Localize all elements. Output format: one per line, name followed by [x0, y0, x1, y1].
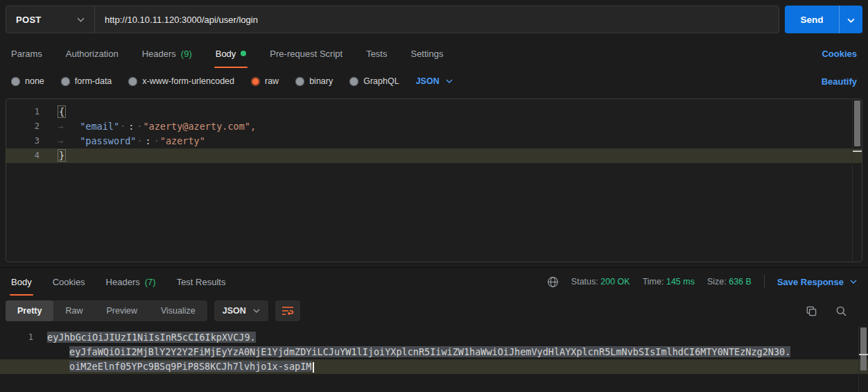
chevron-down-icon — [850, 280, 857, 284]
code-line: 1 { — [6, 105, 862, 119]
wrap-lines-icon — [281, 306, 294, 316]
tab-headers[interactable]: Headers (9) — [142, 39, 192, 68]
tab-authorization[interactable]: Authorization — [66, 39, 119, 68]
method-select[interactable]: POST — [6, 6, 95, 33]
cursor-overview-marker — [853, 151, 862, 152]
response-body-viewer[interactable]: 1 eyJhbGciOiJIUzI1NiIsInR5cCI6IkpXVCJ9. … — [0, 326, 868, 392]
line-number: 4 — [6, 148, 49, 163]
url-bar: POST http://10.10.11.120:3000/api/user/l… — [0, 0, 868, 39]
response-line: 1 eyJhbGciOiJIUzI1NiIsInR5cCI6IkpXVCJ9. — [0, 330, 868, 345]
response-scrollbar[interactable] — [858, 326, 868, 392]
status-badge: Status: 200 OK — [571, 277, 630, 287]
size-badge: Size: 636 B — [707, 277, 752, 287]
radio-icon — [295, 77, 304, 86]
json-key: "password" — [80, 135, 136, 146]
request-tabs: Params Authorization Headers (9) Body Pr… — [0, 39, 868, 68]
mode-binary[interactable]: binary — [295, 76, 333, 86]
line-number: 2 — [6, 119, 49, 134]
text-cursor — [313, 362, 314, 373]
response-panel: Body Cookies Headers (7) Test Results St… — [0, 267, 868, 392]
response-language-select[interactable]: JSON — [214, 300, 268, 321]
body-modified-dot — [241, 51, 246, 56]
mode-form-data[interactable]: form-data — [61, 76, 112, 86]
radio-icon — [128, 77, 137, 86]
tab-whitespace-arrow: → — [58, 135, 63, 146]
json-string-value: "azerty@azerty.com", — [143, 121, 256, 132]
url-box: POST http://10.10.11.120:3000/api/user/l… — [6, 6, 779, 33]
line-number: 3 — [6, 134, 49, 148]
tab-whitespace-arrow: → — [58, 121, 63, 132]
view-tab-raw[interactable]: Raw — [53, 300, 94, 321]
tab-settings[interactable]: Settings — [410, 39, 443, 68]
language-select[interactable]: JSON — [416, 76, 453, 86]
response-meta: Status: 200 OK Time: 145 ms Size: 636 B … — [547, 275, 857, 289]
response-tab-body[interactable]: Body — [11, 268, 32, 296]
cookies-link[interactable]: Cookies — [822, 49, 857, 59]
send-options-button[interactable] — [839, 6, 862, 33]
send-button[interactable]: Send — [785, 6, 839, 33]
save-response-button[interactable]: Save Response — [777, 277, 857, 287]
response-toolbar: Pretty Raw Preview Visualize JSON — [0, 296, 868, 326]
body-mode-row: none form-data x-www-form-urlencoded raw… — [0, 68, 868, 94]
view-tab-preview[interactable]: Preview — [94, 300, 148, 321]
chevron-down-icon — [847, 15, 855, 25]
response-tab-headers[interactable]: Headers (7) — [106, 268, 156, 296]
url-input[interactable]: http://10.10.11.120:3000/api/user/login — [95, 6, 779, 33]
jwt-token-part-signature: oiM2eElnf05YPc9BSq9PiP8S8KCJh7lvhjo1x-sa… — [69, 361, 312, 372]
copy-button[interactable] — [806, 305, 817, 317]
view-tab-pretty[interactable]: Pretty — [6, 300, 53, 321]
scrollbar-thumb[interactable] — [854, 101, 860, 146]
radio-icon — [349, 77, 358, 86]
response-actions — [806, 305, 857, 317]
scrollbar-thumb[interactable] — [860, 327, 867, 370]
cursor-overview-marker — [859, 354, 868, 355]
tab-params[interactable]: Params — [11, 39, 42, 68]
view-tab-visualize[interactable]: Visualize — [149, 300, 207, 321]
jwt-token-part-header: eyJhbGciOiJIUzI1NiIsInR5cCI6IkpXVCJ9. — [47, 332, 256, 343]
chevron-down-icon — [253, 309, 260, 313]
tab-body[interactable]: Body — [216, 39, 247, 68]
chevron-down-icon — [77, 17, 85, 22]
wrap-lines-button[interactable] — [275, 300, 300, 321]
code-line-current: 4 } — [6, 148, 862, 163]
send-split-button: Send — [785, 6, 862, 33]
code-line: 2 →"email"·:·"azerty@azerty.com", — [6, 119, 862, 134]
response-line-current: oiM2eElnf05YPc9BSq9PiP8S8KCJh7lvhjo1x-sa… — [0, 359, 868, 374]
search-button[interactable] — [835, 305, 847, 317]
response-view-switcher: Pretty Raw Preview Visualize — [6, 300, 207, 321]
tab-tests[interactable]: Tests — [366, 39, 387, 68]
radio-icon — [11, 77, 20, 86]
mode-none[interactable]: none — [11, 76, 44, 86]
beautify-link[interactable]: Beautify — [822, 76, 857, 87]
headers-count: (9) — [181, 49, 192, 59]
editor-scrollbar[interactable] — [852, 99, 862, 262]
divider — [764, 275, 765, 289]
open-brace: { — [58, 105, 66, 118]
network-globe-icon[interactable] — [547, 276, 559, 288]
request-panel: POST http://10.10.11.120:3000/api/user/l… — [0, 0, 868, 262]
json-key: "email" — [80, 121, 119, 132]
time-badge: Time: 145 ms — [643, 277, 695, 287]
tab-pre-request-script[interactable]: Pre-request Script — [270, 39, 342, 68]
response-tab-cookies[interactable]: Cookies — [53, 268, 85, 296]
line-number: 1 — [6, 105, 49, 119]
response-tab-test-results[interactable]: Test Results — [177, 268, 226, 296]
line-number: 1 — [0, 330, 43, 345]
response-tabs-row: Body Cookies Headers (7) Test Results St… — [0, 268, 868, 296]
json-string-value: "azerty" — [160, 135, 205, 146]
response-headers-count: (7) — [145, 277, 156, 287]
request-body-editor[interactable]: 1 { 2 →"email"·:·"azerty@azerty.com", 3 … — [6, 99, 862, 262]
code-line: 3 →"password"·:·"azerty" — [6, 134, 862, 148]
close-brace: } — [58, 149, 66, 162]
chevron-down-icon — [446, 79, 453, 83]
method-label: POST — [16, 15, 42, 25]
response-line: eyJfaWQiOiI2MjBlY2Y2Y2FiMjEyYzA0NjE1Yjdm… — [0, 345, 868, 359]
jwt-token-part-payload: eyJfaWQiOiI2MjBlY2Y2Y2FiMjEyYzA0NjE1Yjdm… — [69, 346, 790, 357]
radio-selected-icon — [251, 77, 260, 86]
mode-x-www-form-urlencoded[interactable]: x-www-form-urlencoded — [128, 76, 234, 86]
mode-graphql[interactable]: GraphQL — [349, 76, 399, 86]
radio-icon — [61, 77, 70, 86]
mode-raw[interactable]: raw — [251, 76, 279, 86]
